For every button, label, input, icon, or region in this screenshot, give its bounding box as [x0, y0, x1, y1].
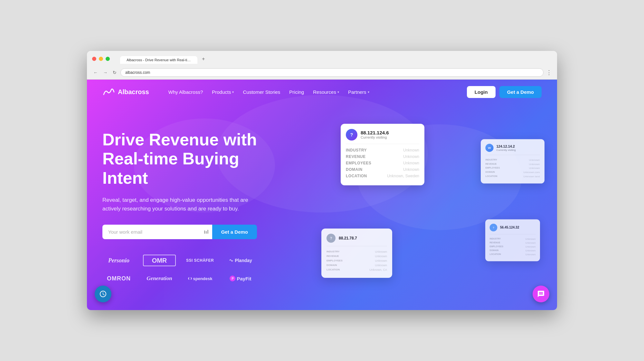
help-widget[interactable]: [95, 286, 111, 302]
main-revenue-value: Unknown: [403, 154, 419, 159]
nav-link-partners[interactable]: Partners ▾: [344, 87, 373, 97]
hero-title-line2: Real-time Buying Intent: [102, 149, 239, 187]
br-employees-value: Unknown: [525, 246, 535, 249]
close-button[interactable]: [92, 57, 96, 61]
logo-text: Albacross: [118, 88, 149, 96]
bl-location-row: LOCATION Unknown, CA: [327, 268, 387, 271]
products-caret-icon: ▾: [232, 90, 234, 94]
clock-icon: [99, 290, 107, 298]
nav-link-why[interactable]: Why Albacross?: [165, 87, 207, 97]
bars-icon: [201, 225, 212, 239]
hero-title-line1: Drive Revenue with: [102, 130, 257, 149]
get-demo-button[interactable]: Get a Demo: [212, 225, 257, 239]
svg-rect-0: [204, 230, 205, 234]
br-domain-value: Unknown: [525, 249, 535, 252]
main-industry-label: INDUSTRY: [346, 148, 367, 152]
top-right-card-ip: 124.12.14.2: [497, 144, 516, 148]
tr-employees-value: Unknown: [529, 167, 540, 170]
nav-links: Why Albacross? Products ▾ Customer Stori…: [165, 87, 457, 97]
nav-link-products[interactable]: Products ▾: [208, 87, 238, 97]
main-card-header: ? 88.121.124.6 Currently visiting: [346, 129, 419, 144]
br-domain-row: DOMAIN Unknown: [490, 249, 536, 252]
nav-link-resources-label: Resources: [313, 89, 336, 95]
bottom-left-card-avatar: ?: [327, 234, 336, 243]
browser-window: Albacross - Drive Revenue with Real-time…: [87, 51, 557, 310]
logo-payfit: PPayFit: [224, 273, 257, 284]
bottom-left-card-ip: 88.21.78.7: [339, 236, 357, 240]
svg-rect-1: [206, 231, 207, 234]
nav-demo-button[interactable]: Get a Demo: [499, 86, 542, 98]
svg-rect-2: [207, 230, 208, 234]
logo-omr: OMR: [143, 255, 176, 266]
logo-omron: OMRON: [102, 273, 135, 284]
bottom-right-card-header: ? 56.45.124.32: [490, 224, 536, 234]
main-card-revenue-row: REVENUE Unknown: [346, 154, 419, 159]
browser-chrome: Albacross - Drive Revenue with Real-time…: [87, 51, 557, 80]
bl-employees-row: EMPLOYEES Unknown: [327, 259, 387, 262]
tab-label: Albacross - Drive Revenue with Real-time…: [127, 58, 191, 62]
top-right-card-header: W 124.12.14.2 Currently visiting: [485, 144, 540, 155]
tr-revenue-row: REVENUE Unknown: [485, 162, 540, 165]
bl-revenue-value: Unknown: [375, 255, 387, 258]
browser-menu-button[interactable]: ⋮: [546, 69, 552, 76]
top-right-card-status: Currently visiting: [497, 148, 516, 151]
bottom-left-ip-card: ? 88.21.78.7 INDUSTRY Unknown REVENUE Un…: [321, 229, 392, 278]
email-input[interactable]: [102, 225, 201, 239]
main-ip-card: ? 88.121.124.6 Currently visiting INDUST…: [341, 124, 424, 185]
main-card-avatar: ?: [346, 129, 357, 141]
hero-content: Drive Revenue with Real-time Buying Inte…: [87, 104, 557, 310]
bottom-right-card-ip-info: 56.45.124.32: [500, 226, 519, 229]
main-card-domain-row: DOMAIN Unknown: [346, 167, 419, 172]
main-domain-value: Unknown: [403, 167, 419, 172]
reload-button[interactable]: ↻: [111, 69, 118, 76]
maximize-button[interactable]: [106, 57, 110, 61]
tab-bar: Albacross - Drive Revenue with Real-time…: [120, 54, 208, 64]
bottom-left-card-ip-info: 88.21.78.7: [339, 236, 357, 240]
logos-grid: Personio OMR SSI SCHÄFER Planday OMRON G…: [102, 255, 257, 284]
logo-link[interactable]: Albacross: [102, 87, 149, 97]
browser-controls: Albacross - Drive Revenue with Real-time…: [92, 54, 552, 64]
br-industry-row: INDUSTRY Unknown: [490, 238, 536, 241]
resources-caret-icon: ▾: [337, 90, 339, 94]
chat-widget[interactable]: [533, 286, 549, 302]
main-location-label: LOCATION: [346, 174, 367, 178]
nav-link-pricing-label: Pricing: [289, 89, 304, 95]
forward-button[interactable]: →: [102, 69, 109, 76]
logo-planday: Planday: [224, 255, 257, 266]
address-bar-row: ← → ↻ ⋮: [92, 66, 552, 79]
main-card-employees-row: EMPLOYEES Unknown: [346, 161, 419, 165]
tr-domain-row: DOMAIN Unknown.com: [485, 171, 540, 173]
main-employees-value: Unknown: [403, 161, 419, 165]
bl-industry-value: Unknown: [375, 250, 387, 253]
hero-left: Drive Revenue with Real-time Buying Inte…: [102, 124, 289, 285]
nav-link-resources[interactable]: Resources ▾: [309, 87, 343, 97]
tr-location-row: LOCATION Unknown land: [485, 175, 540, 178]
bl-domain-value: Unknown: [375, 264, 387, 267]
main-card-industry-row: INDUSTRY Unknown: [346, 148, 419, 152]
new-tab-button[interactable]: +: [199, 54, 208, 64]
main-location-value: Unknown, Sweden: [387, 174, 419, 178]
nav-link-customer-stories-label: Customer Stories: [243, 89, 280, 95]
nav-actions: Login Get a Demo: [467, 86, 542, 98]
hero-right: ? 88.121.124.6 Currently visiting INDUST…: [302, 124, 542, 285]
login-button[interactable]: Login: [467, 86, 496, 98]
email-form: Get a Demo: [102, 225, 257, 239]
nav-link-pricing[interactable]: Pricing: [285, 87, 308, 97]
br-location-value: Unknown: [525, 253, 535, 256]
main-card-location-row: LOCATION Unknown, Sweden: [346, 174, 419, 178]
bl-employees-value: Unknown: [375, 259, 387, 262]
nav-link-partners-label: Partners: [348, 89, 366, 95]
br-industry-value: Unknown: [525, 238, 535, 241]
browser-tab[interactable]: Albacross - Drive Revenue with Real-time…: [120, 56, 197, 64]
minimize-button[interactable]: [99, 57, 103, 61]
tr-industry-row: INDUSTRY Unknown: [485, 159, 540, 161]
main-industry-value: Unknown: [403, 148, 419, 152]
address-bar-input[interactable]: [120, 68, 544, 77]
main-card-ip-info: 88.121.124.6 Currently visiting: [361, 130, 389, 139]
nav-link-customer-stories[interactable]: Customer Stories: [239, 87, 284, 97]
main-revenue-label: REVENUE: [346, 154, 366, 159]
back-button[interactable]: ←: [92, 69, 99, 76]
hero-title: Drive Revenue with Real-time Buying Inte…: [102, 130, 289, 188]
bl-revenue-row: REVENUE Unknown: [327, 255, 387, 258]
chat-icon: [537, 290, 545, 298]
